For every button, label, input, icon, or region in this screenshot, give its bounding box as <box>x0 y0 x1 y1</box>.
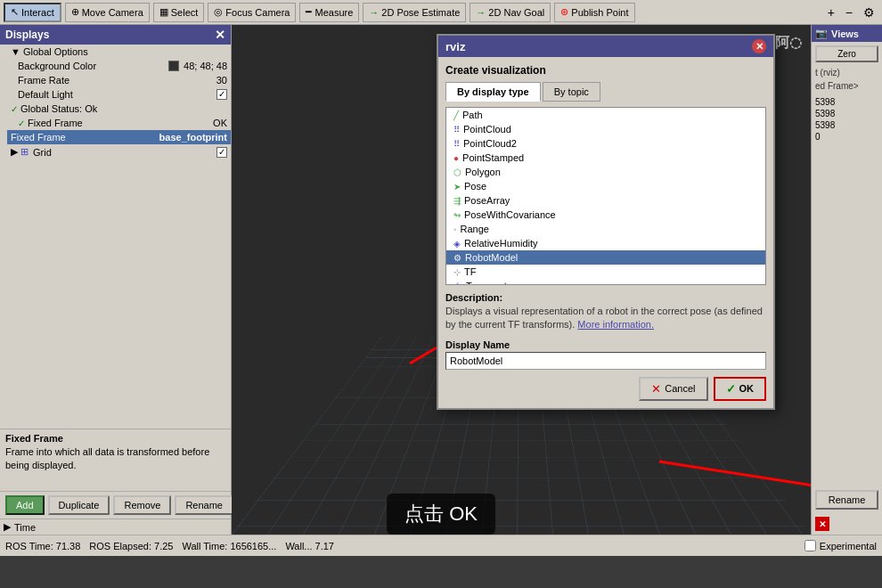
vis-item-temperature[interactable]: 🌡 Temperature <box>446 279 765 285</box>
vis-item-posearray[interactable]: ⇶ PoseArray <box>446 193 765 208</box>
vis-item-posewithcovariance[interactable]: ↬ PoseWithCovariance <box>446 208 765 222</box>
ok-check-icon: ✓ <box>726 382 736 396</box>
description-label: Description: <box>445 292 766 303</box>
dialog-overlay: rviz ✕ Create visualization By display t… <box>0 0 882 588</box>
vis-item-range[interactable]: ◦ Range <box>446 222 765 236</box>
humidity-icon: ◈ <box>453 239 461 249</box>
robotmodel-icon: ⚙ <box>453 253 461 263</box>
vis-item-relativehumidity[interactable]: ◈ RelativeHumidity <box>446 236 765 250</box>
path-icon: ╱ <box>453 110 459 120</box>
click-ok-overlay: 点击 OK <box>387 494 495 535</box>
display-name-input[interactable] <box>445 352 766 370</box>
dialog-close-button[interactable]: ✕ <box>752 39 766 53</box>
tab-by-topic[interactable]: By topic <box>543 82 600 102</box>
display-name-section: Display Name <box>445 339 766 370</box>
display-name-label: Display Name <box>445 339 766 350</box>
dialog-buttons: ✕ Cancel ✓ OK <box>445 377 766 401</box>
vis-item-tf[interactable]: ⊹ TF <box>446 265 765 279</box>
vis-item-path[interactable]: ╱ Path <box>446 108 765 122</box>
ok-button[interactable]: ✓ OK <box>714 377 767 401</box>
description-section: Description: Displays a visual represent… <box>445 292 766 332</box>
cancel-button[interactable]: ✕ Cancel <box>639 377 707 401</box>
vis-item-pointcloud[interactable]: ⠿ PointCloud <box>446 122 765 136</box>
create-visualization-dialog: rviz ✕ Create visualization By display t… <box>437 34 775 410</box>
dialog-body: Create visualization By display type By … <box>438 57 773 408</box>
vis-item-pointstamped[interactable]: ● PointStamped <box>446 151 765 165</box>
pointcloud2-icon: ⠿ <box>453 139 460 149</box>
range-icon: ◦ <box>453 225 457 234</box>
polygon-icon: ⬡ <box>453 167 461 177</box>
description-text: Displays a visual representation of a ro… <box>445 305 766 332</box>
dialog-title-bar: rviz ✕ <box>438 36 773 57</box>
posearray-icon: ⇶ <box>453 196 461 206</box>
create-vis-title: Create visualization <box>445 64 766 77</box>
vis-item-pose[interactable]: ➤ Pose <box>446 179 765 193</box>
posecov-icon: ↬ <box>453 210 461 220</box>
vis-item-pointcloud2[interactable]: ⠿ PointCloud2 <box>446 136 765 151</box>
temperature-icon: 🌡 <box>453 282 462 286</box>
tf-icon: ⊹ <box>453 267 461 277</box>
tab-bar: By display type By topic <box>445 82 766 102</box>
vis-list-container[interactable]: ╱ Path ⠿ PointCloud ⠿ PointCloud2 ● Poin… <box>445 107 766 285</box>
cancel-x-icon: ✕ <box>651 382 661 396</box>
vis-item-robotmodel[interactable]: ⚙ RobotModel <box>446 250 765 265</box>
pointcloud-icon: ⠿ <box>453 125 460 135</box>
vis-item-polygon[interactable]: ⬡ Polygon <box>446 165 765 179</box>
dialog-title: rviz <box>445 40 465 53</box>
more-info-link[interactable]: More information. <box>577 319 654 330</box>
pointstamped-icon: ● <box>453 153 459 163</box>
tab-by-display-type[interactable]: By display type <box>445 82 541 102</box>
pose-icon: ➤ <box>453 182 461 192</box>
